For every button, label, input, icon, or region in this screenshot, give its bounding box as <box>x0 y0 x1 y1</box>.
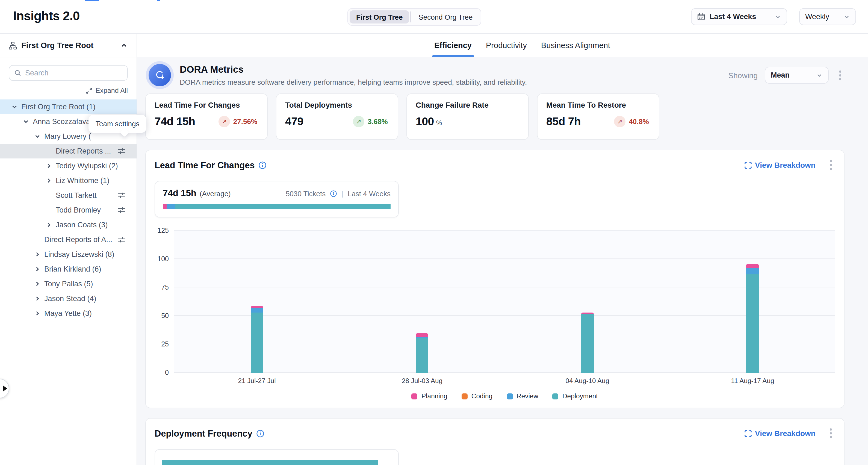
dora-header: DORA Metrics DORA metrics measure softwa… <box>145 64 844 86</box>
legend-swatch <box>507 393 513 399</box>
view-breakdown-link[interactable]: View Breakdown <box>745 161 815 169</box>
bar-segment-planning <box>746 264 759 268</box>
metric-card-lead-time-for-changes: Lead Time For Changes74d 15h↗27.56% <box>145 93 268 140</box>
bar-segment-planning <box>416 334 429 337</box>
lead-time-title: Lead Time For Changes <box>155 160 254 170</box>
bar-segment-deployment <box>581 314 594 373</box>
metric-card-value: 479 <box>285 115 304 128</box>
chevron-spacer <box>44 147 53 155</box>
metric-card-title: Change Failure Rate <box>416 101 520 109</box>
tree-item-liz-whittome-1[interactable]: Liz Whittome (1) <box>0 173 136 188</box>
legend-swatch <box>553 393 559 399</box>
dora-description: DORA metrics measure software delivery p… <box>180 78 527 86</box>
date-range-select[interactable]: Last 4 Weeks <box>691 8 787 25</box>
chevron-down-icon <box>843 13 850 20</box>
top-bar: Insights 2.0 First Org Tree Second Org T… <box>0 0 868 34</box>
legend-label: Planning <box>422 392 447 400</box>
tooltip-text: Team settings <box>96 120 139 128</box>
tree-item-lindsay-liszewski-8[interactable]: Lindsay Liszewski (8) <box>0 247 136 262</box>
tab-business-alignment[interactable]: Business Alignment <box>541 34 610 57</box>
delta-percent: 40.8% <box>629 117 649 125</box>
tab-efficiency[interactable]: Efficiency <box>434 34 472 57</box>
tree-item-scott-tarkett[interactable]: Scott Tarkett <box>0 188 136 203</box>
stacked-bar-2[interactable] <box>416 334 429 373</box>
chevron-right-icon[interactable] <box>44 161 53 170</box>
team-settings-icon[interactable] <box>118 236 126 244</box>
chevron-right-icon[interactable] <box>33 265 41 274</box>
dora-menu-kebab-icon[interactable] <box>836 68 844 82</box>
team-settings-icon[interactable] <box>118 206 126 214</box>
stacked-bar-3[interactable] <box>581 313 594 373</box>
team-settings-tooltip: Team settings <box>89 115 146 133</box>
tree-item-teddy-wylupski-2[interactable]: Teddy Wylupski (2) <box>0 158 136 173</box>
bar-slot-2 <box>340 230 505 373</box>
summary-average-qualifier: (Average) <box>200 190 231 198</box>
aggregation-select[interactable]: Mean <box>765 67 829 84</box>
bar-segment-deployment <box>746 274 759 373</box>
delta-badge: ↗3.68% <box>353 116 389 127</box>
chevron-right-icon[interactable] <box>44 176 53 185</box>
phase-segment-planning <box>163 204 166 209</box>
info-icon[interactable] <box>258 161 267 169</box>
chevron-down-icon[interactable] <box>33 132 41 141</box>
deployment-frequency-menu-kebab-icon[interactable] <box>827 426 835 440</box>
metric-card-change-failure-rate: Change Failure Rate100% <box>406 93 529 140</box>
delta-badge: ↗40.8% <box>614 116 650 127</box>
deployment-frequency-summary-card <box>155 449 399 465</box>
team-settings-icon[interactable] <box>118 191 126 199</box>
stacked-bar-1[interactable] <box>251 306 263 373</box>
tree-item-tony-pallas-5[interactable]: Tony Pallas (5) <box>0 277 136 291</box>
tree-item-maya-yette-3[interactable]: Maya Yette (3) <box>0 306 136 321</box>
expand-all-label: Expand All <box>96 87 128 95</box>
tree-item-jason-stead-4[interactable]: Jason Stead (4) <box>0 291 136 306</box>
expand-all-icon <box>86 87 92 94</box>
tab-productivity[interactable]: Productivity <box>486 34 527 57</box>
info-icon[interactable] <box>330 190 337 197</box>
summary-tickets: 5030 Tickets <box>286 190 326 198</box>
section-tabs-bar: Efficiency Productivity Business Alignme… <box>137 34 868 57</box>
org-tree-tab-first[interactable]: First Org Tree <box>350 10 409 24</box>
delta-percent: 3.68% <box>368 117 388 125</box>
lead-time-menu-kebab-icon[interactable] <box>827 158 835 172</box>
search-icon <box>14 69 21 76</box>
delta-percent: 27.56% <box>233 117 257 125</box>
search-input[interactable] <box>25 69 122 77</box>
tree-item-direct-reports-of-a[interactable]: Direct Reports of A... <box>0 232 136 247</box>
y-tick-0: 0 <box>165 369 169 376</box>
legend-swatch <box>462 393 468 399</box>
view-breakdown-link[interactable]: View Breakdown <box>745 429 815 438</box>
tree-item-label: Lindsay Liszewski (8) <box>44 250 115 258</box>
info-icon[interactable] <box>256 429 265 437</box>
tree-item-direct-reports[interactable]: Direct Reports ... <box>0 144 136 158</box>
tree-item-label: Anna Scozzafava <box>33 118 90 126</box>
collapse-sidebar-icon[interactable] <box>120 41 128 49</box>
metric-card-value-row: 479↗3.68% <box>285 115 389 128</box>
sidebar-search[interactable] <box>9 65 128 81</box>
team-settings-icon[interactable] <box>118 147 126 155</box>
tree-item-label: Teddy Wylupski (2) <box>56 162 118 170</box>
tree-item-label: Mary Lowery ( <box>44 132 91 141</box>
lead-time-summary-card: 74d 15h (Average) 5030 Tickets <box>155 181 399 217</box>
chevron-right-icon[interactable] <box>33 309 41 318</box>
expand-all-button[interactable]: Expand All <box>9 87 128 95</box>
chevron-right-icon[interactable] <box>33 294 41 303</box>
chevron-down-icon <box>775 13 781 20</box>
tree-item-label: Brian Kirkland (6) <box>44 265 101 273</box>
metric-card-value-row: 85d 7h↗40.8% <box>546 115 650 128</box>
chevron-right-icon[interactable] <box>44 220 53 229</box>
summary-average-value: 74d 15h <box>163 188 196 198</box>
org-tree-tab-second[interactable]: Second Org Tree <box>412 10 479 24</box>
chevron-right-icon[interactable] <box>33 279 41 288</box>
granularity-select[interactable]: Weekly <box>799 8 856 25</box>
tree-item-brian-kirkland-6[interactable]: Brian Kirkland (6) <box>0 262 136 277</box>
sidebar-root-label: First Org Tree Root <box>21 41 93 50</box>
chevron-right-icon[interactable] <box>33 250 41 259</box>
tree-item-first-org-tree-root-1[interactable]: First Org Tree Root (1) <box>0 99 136 114</box>
chevron-down-icon[interactable] <box>10 102 19 111</box>
tree-item-label: Maya Yette (3) <box>44 309 92 317</box>
tree-item-jason-coats-3[interactable]: Jason Coats (3) <box>0 217 136 232</box>
x-axis-labels: 21 Jul-27 Jul28 Jul-03 Aug04 Aug-10 Aug1… <box>174 377 835 385</box>
tree-item-todd-bromley[interactable]: Todd Bromley <box>0 203 136 217</box>
chevron-down-icon[interactable] <box>21 117 30 126</box>
stacked-bar-4[interactable] <box>746 264 759 373</box>
